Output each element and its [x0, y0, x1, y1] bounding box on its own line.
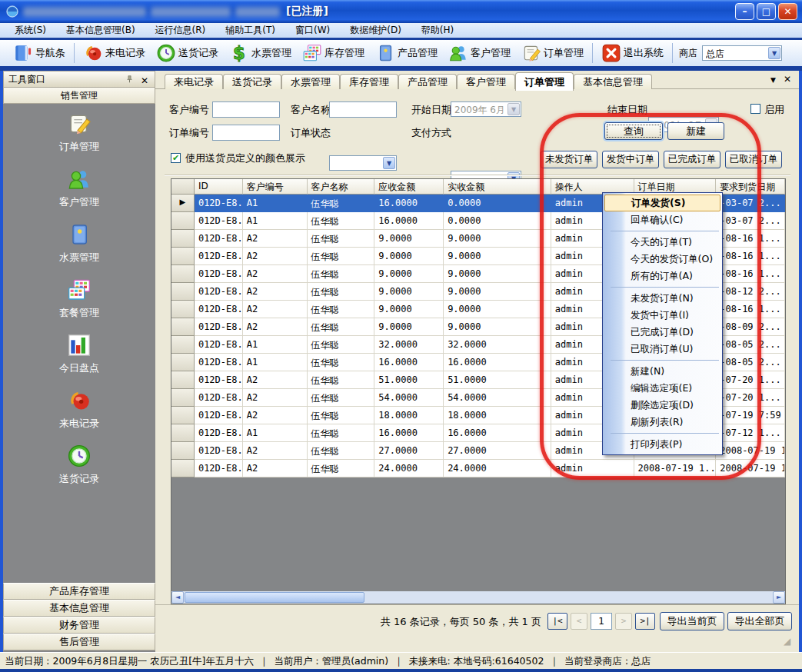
column-header[interactable]: 客户名称: [308, 179, 375, 195]
menu-item[interactable]: 窗口(W): [285, 23, 340, 38]
context-menu-item-receipt-confirm[interactable]: 回单确认(C): [604, 211, 720, 228]
h-scrollbar[interactable]: ◄ ►: [171, 591, 785, 604]
tab-送货记录[interactable]: 送货记录: [223, 74, 281, 89]
toolbar-button-inventory[interactable]: 库存管理: [297, 42, 370, 65]
tab-基本信息管理[interactable]: 基本信息管理: [574, 74, 652, 89]
context-menu-item-print-list[interactable]: 打印列表(P): [604, 436, 720, 453]
row-selector[interactable]: [171, 424, 195, 442]
menu-item[interactable]: 系统(S): [5, 23, 56, 38]
toolbar-button-order[interactable]: 订单管理: [516, 42, 589, 65]
row-selector[interactable]: [171, 301, 195, 318]
pin-icon[interactable]: [124, 74, 135, 85]
last-page-button[interactable]: >|: [635, 613, 655, 630]
next-page-button[interactable]: >: [615, 613, 632, 630]
row-selector[interactable]: [171, 230, 195, 248]
export-current-page-button[interactable]: 导出当前页: [660, 612, 724, 630]
context-menu-item-delete-selected[interactable]: 删除选定项(D): [604, 397, 720, 414]
customer-name-input[interactable]: [329, 101, 397, 118]
menu-item[interactable]: 运行信息(R): [145, 23, 216, 38]
close-button[interactable]: ✕: [778, 3, 797, 20]
chevron-down-icon[interactable]: ▼: [770, 76, 776, 84]
column-header[interactable]: [171, 179, 195, 195]
filter-button-unshipped-orders[interactable]: 未发货订单: [541, 151, 597, 168]
sidebar-item-call-log[interactable]: 来电记录: [37, 388, 121, 431]
order-status-select[interactable]: ▼: [329, 155, 397, 171]
sidebar-section-finance[interactable]: 财务管理: [3, 617, 155, 634]
context-menu-item-cancelled-orders[interactable]: 已取消订单(U): [604, 341, 720, 358]
close-icon[interactable]: ✕: [784, 74, 791, 85]
prev-page-button[interactable]: <: [571, 613, 587, 630]
context-menu-item-completed-orders[interactable]: 已完成订单(D): [604, 324, 720, 341]
sidebar-item-order[interactable]: 订单管理: [37, 111, 121, 154]
row-selector[interactable]: [171, 248, 195, 265]
tab-库存管理[interactable]: 库存管理: [340, 74, 398, 89]
row-selector[interactable]: [171, 336, 195, 354]
column-header[interactable]: 实收金额: [444, 179, 551, 195]
maximize-button[interactable]: □: [757, 3, 776, 20]
export-all-pages-button[interactable]: 导出全部页: [727, 612, 792, 630]
sidebar-item-water-ticket[interactable]: 水票管理: [37, 222, 121, 264]
filter-button-completed-orders[interactable]: 已完成订单: [664, 151, 720, 168]
tab-来电记录[interactable]: 来电记录: [165, 74, 223, 89]
color-option-checkbox[interactable]: ✔: [171, 153, 181, 163]
toolbar-button-water-ticket[interactable]: $水票管理: [224, 42, 297, 65]
row-selector[interactable]: [171, 460, 195, 477]
column-header[interactable]: 客户编号: [243, 179, 308, 195]
tab-客户管理[interactable]: 客户管理: [457, 74, 515, 89]
context-menu-item-shipping-orders[interactable]: 发货中订单(I): [604, 307, 720, 324]
column-header[interactable]: 要求到货日期: [716, 179, 785, 195]
row-selector[interactable]: ▶: [171, 195, 195, 212]
row-selector[interactable]: [171, 389, 195, 407]
toolbar-button-delivery-log[interactable]: 送货记录: [151, 42, 224, 65]
row-selector[interactable]: [171, 354, 195, 371]
row-selector[interactable]: [171, 265, 195, 283]
scroll-right-button[interactable]: ►: [773, 591, 785, 604]
table-row[interactable]: 012D-E8...A2伍华聪24.000024.0000admin2008-0…: [171, 460, 785, 477]
column-header[interactable]: ID: [195, 179, 243, 195]
first-page-button[interactable]: |<: [547, 613, 567, 630]
row-selector[interactable]: [171, 212, 195, 230]
toolbar-button-nav-bar[interactable]: 导航条: [8, 42, 71, 65]
order-no-input[interactable]: [212, 125, 280, 141]
scroll-thumb[interactable]: [185, 592, 364, 603]
sidebar-section-after-sale[interactable]: 售后管理: [3, 634, 155, 650]
chevron-down-icon[interactable]: ▼: [383, 157, 395, 169]
context-menu-item-ship-order[interactable]: 订单发货(S): [604, 195, 720, 211]
tab-订单管理[interactable]: 订单管理: [515, 72, 574, 91]
context-menu-item-today-orders[interactable]: 今天的订单(T): [604, 234, 720, 251]
menu-item[interactable]: 基本信息管理(B): [56, 23, 145, 38]
filter-button-shipping-orders[interactable]: 发货中订单: [602, 151, 659, 168]
row-selector[interactable]: [171, 283, 195, 301]
customer-no-input[interactable]: [212, 101, 280, 118]
context-menu-item-all-orders[interactable]: 所有的订单(A): [604, 268, 720, 284]
minimize-button[interactable]: –: [735, 3, 754, 20]
row-selector[interactable]: [171, 318, 195, 336]
context-menu-item-new[interactable]: 新建(N): [604, 363, 720, 380]
row-selector[interactable]: [171, 407, 195, 424]
new-button[interactable]: 新建: [667, 122, 724, 140]
filter-button-cancelled-orders[interactable]: 已取消订单: [725, 151, 782, 168]
context-menu-item-today-shipped-orders[interactable]: 今天的发货订单(O): [604, 251, 720, 268]
toolbar-button-customer[interactable]: 客户管理: [443, 42, 516, 65]
toolbar-button-product[interactable]: 产品管理: [370, 42, 443, 65]
tab-水票管理[interactable]: 水票管理: [281, 74, 340, 89]
scroll-left-button[interactable]: ◄: [171, 591, 184, 604]
resize-grip[interactable]: ◢: [784, 637, 793, 646]
toolbar-button-exit[interactable]: 退出系统: [596, 42, 669, 65]
menu-item[interactable]: 帮助(H): [411, 23, 464, 38]
column-header[interactable]: 应收金额: [374, 179, 444, 195]
sidebar-section-sales[interactable]: 销售管理: [3, 88, 155, 104]
menu-item[interactable]: 数据维护(D): [340, 23, 411, 38]
context-menu-item-unshipped-orders[interactable]: 未发货订单(N): [604, 290, 720, 307]
sidebar-item-customer[interactable]: 客户管理: [37, 167, 121, 209]
close-icon[interactable]: ✕: [139, 73, 150, 85]
sidebar-section-product-inventory[interactable]: 产品库存管理: [3, 583, 155, 600]
sidebar-section-basic-info[interactable]: 基本信息管理: [3, 600, 155, 617]
enable-checkbox[interactable]: [750, 104, 760, 114]
row-selector[interactable]: [171, 442, 195, 460]
page-input[interactable]: 1: [591, 613, 612, 630]
tab-产品管理[interactable]: 产品管理: [398, 74, 457, 89]
query-button[interactable]: 查询: [604, 122, 663, 140]
toolbar-button-call-log[interactable]: 来电记录: [78, 42, 151, 65]
context-menu-item-edit-selected[interactable]: 编辑选定项(E): [604, 380, 720, 397]
